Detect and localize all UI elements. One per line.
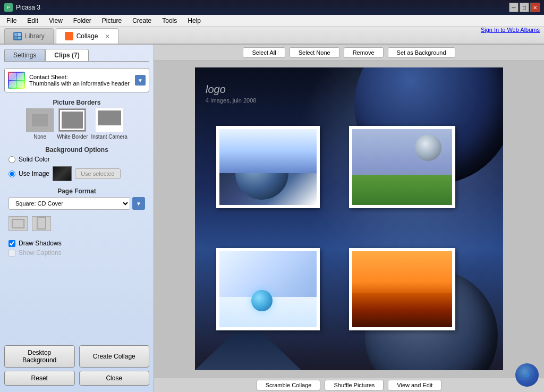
photo-thumb-1[interactable] [216, 126, 320, 208]
titlebar: P Picasa 3 ─ □ ✕ [0, 0, 544, 15]
size-icon-portrait[interactable] [32, 216, 51, 231]
select-none-button[interactable]: Select None [290, 47, 339, 58]
menu-file[interactable]: File [2, 16, 21, 25]
collage-frame: logo 4 images, juin 2008 [195, 67, 503, 370]
picture-borders-section: Picture Borders None White Border [4, 97, 149, 140]
subtab-settings[interactable]: Settings [4, 49, 45, 61]
titlebar-controls: ─ □ ✕ [509, 3, 540, 12]
collage-canvas: logo 4 images, juin 2008 [154, 61, 544, 377]
bottom-buttons: Desktop Background Create Collage Reset … [4, 343, 149, 388]
reset-button[interactable]: Reset [4, 371, 75, 386]
minimize-button[interactable]: ─ [509, 3, 518, 12]
draw-shadows-label: Draw Shadows [19, 240, 62, 247]
border-white-label: White Border [57, 134, 88, 140]
menu-help[interactable]: Help [183, 16, 205, 25]
draw-shadows-checkbox[interactable] [8, 240, 15, 247]
tab-library-label: Library [25, 32, 45, 40]
photo-thumb-4[interactable] [349, 248, 455, 330]
remove-button[interactable]: Remove [344, 47, 384, 58]
photo-thumb-3[interactable] [216, 248, 320, 330]
border-white-option[interactable]: White Border [57, 108, 88, 140]
size-icon-landscape[interactable] [8, 216, 28, 231]
top-btn-row: Desktop Background Create Collage [4, 345, 149, 368]
contact-sheet-selector[interactable]: Contact Sheet: Thumbnails with an inform… [4, 68, 149, 92]
use-image-row: Use Image Use selected [8, 166, 145, 181]
photo1-sky [219, 129, 317, 173]
use-image-radio[interactable] [8, 171, 15, 177]
left-panel: Settings Clips (7) Contact Sheet: Thumbn… [0, 45, 154, 392]
page-format-section: Page Format Square: CD Cover ▼ [4, 185, 149, 210]
logo-subtext: 4 images, juin 2008 [206, 97, 256, 104]
app-title: Picasa 3 [16, 4, 40, 11]
border-none-label: None [33, 134, 46, 140]
menubar: File Edit View Folder Picture Create Too… [0, 15, 544, 27]
border-none-thumb [26, 108, 54, 132]
solid-color-label: Solid Color [19, 156, 50, 163]
border-instant-option[interactable]: Instant Camera [91, 108, 127, 140]
menu-tools[interactable]: Tools [158, 16, 181, 25]
none-icon [32, 114, 48, 126]
contact-sheet-icon [8, 72, 25, 89]
portrait-icon [37, 217, 46, 229]
collage-icon [65, 32, 73, 40]
logo-text: logo [206, 83, 226, 96]
format-dropdown-btn[interactable]: ▼ [132, 197, 145, 210]
contact-sheet-dropdown-arrow[interactable]: ▼ [135, 75, 146, 86]
menu-view[interactable]: View [45, 16, 67, 25]
app-icon: P [4, 3, 13, 12]
use-selected-button[interactable]: Use selected [75, 168, 121, 179]
menu-folder[interactable]: Folder [69, 16, 96, 25]
right-panel: Select All Select None Remove Set as Bac… [154, 45, 544, 392]
picture-borders-header: Picture Borders [4, 99, 149, 106]
photo3-orb [251, 290, 273, 311]
photo2-moon [415, 134, 441, 161]
draw-shadows-row: Draw Shadows [8, 240, 145, 247]
titlebar-left: P Picasa 3 [4, 3, 40, 12]
set-as-background-button[interactable]: Set as Background [388, 47, 455, 58]
bg-image-preview [53, 166, 72, 181]
svg-rect-2 [13, 220, 23, 227]
background-options-section: Background Options Solid Color Use Image… [4, 144, 149, 181]
background-options-header: Background Options [4, 146, 149, 154]
close-panel-button[interactable]: Close [79, 371, 150, 386]
desktop-background-button[interactable]: Desktop Background [4, 345, 75, 368]
show-captions-checkbox[interactable] [8, 250, 15, 257]
solid-color-row: Solid Color [8, 156, 145, 163]
select-all-button[interactable]: Select All [243, 47, 285, 58]
menu-picture[interactable]: Picture [98, 16, 126, 25]
solid-color-radio[interactable] [8, 156, 15, 163]
tab-collage[interactable]: Collage ✕ [56, 28, 119, 44]
border-white-thumb [58, 108, 86, 132]
format-select[interactable]: Square: CD Cover [8, 197, 130, 210]
contact-sheet-text: Contact Sheet: Thumbnails with an inform… [29, 74, 131, 87]
photo-thumb-2[interactable] [349, 126, 455, 208]
view-and-edit-button[interactable]: View and Edit [388, 380, 441, 390]
menu-edit[interactable]: Edit [23, 16, 42, 25]
format-select-row: Square: CD Cover ▼ [8, 197, 145, 210]
use-image-label: Use Image [19, 170, 49, 177]
collage-bottom-toolbar: Scramble Collage Shuffle Pictures View a… [154, 377, 544, 392]
tab-library[interactable]: Library [4, 28, 54, 44]
scramble-collage-button[interactable]: Scramble Collage [257, 380, 321, 390]
subtabs: Settings Clips (7) [4, 49, 149, 62]
watermark: 🔵 [515, 363, 539, 387]
web-albums-link[interactable]: Sign In to Web Albums [481, 27, 540, 33]
close-button[interactable]: ✕ [530, 3, 540, 12]
tab-close-icon[interactable]: ✕ [105, 33, 109, 39]
page-format-header: Page Format [8, 188, 145, 195]
create-collage-button[interactable]: Create Collage [79, 345, 150, 368]
landscape-icon [12, 219, 24, 228]
bottom-btn-row: Reset Close [4, 371, 149, 386]
show-captions-label: Show Captions [19, 249, 62, 257]
page-size-icons [4, 214, 149, 233]
subtab-clips[interactable]: Clips (7) [45, 49, 88, 61]
maximize-button[interactable]: □ [520, 3, 529, 12]
main-layout: Settings Clips (7) Contact Sheet: Thumbn… [0, 45, 544, 392]
tabbar: Library Collage ✕ [0, 27, 544, 45]
border-instant-label: Instant Camera [91, 134, 127, 140]
border-none-option[interactable]: None [26, 108, 54, 140]
show-captions-row: Show Captions [8, 249, 145, 257]
shuffle-pictures-button[interactable]: Shuffle Pictures [325, 380, 384, 390]
menu-create[interactable]: Create [128, 16, 156, 25]
photo2-field [352, 175, 452, 205]
